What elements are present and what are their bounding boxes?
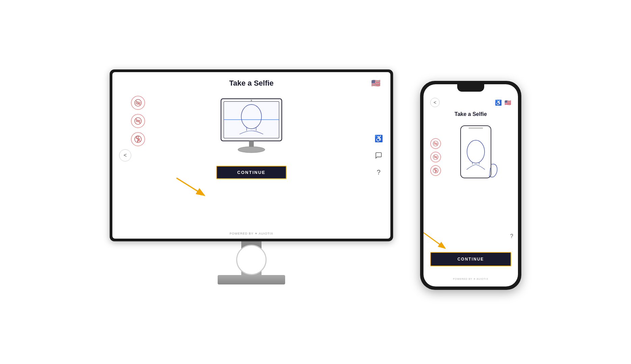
- no-glasses-icon: [131, 114, 145, 128]
- phone-selfie-illustration: [450, 124, 501, 189]
- monitor-circle: [236, 245, 267, 275]
- selfie-illustration: [214, 97, 289, 156]
- phone-instruction-icons: [430, 138, 441, 176]
- monitor-base: [218, 275, 285, 284]
- phone-header-right: ♿ 🇺🇸: [495, 99, 511, 106]
- continue-button-monitor[interactable]: CONTINUE: [216, 166, 286, 179]
- monitor-outer: Take a Selfie 🇺🇸: [110, 69, 393, 241]
- accessibility-icon[interactable]: ♿: [374, 133, 384, 144]
- svg-rect-29: [461, 126, 491, 178]
- no-flash-icon: [131, 132, 145, 146]
- chat-icon[interactable]: [374, 150, 384, 160]
- phone-flag-icon[interactable]: 🇺🇸: [504, 99, 511, 106]
- phone-screen: < ♿ 🇺🇸 Take a Selfie: [423, 84, 518, 286]
- phone-powered-by-label: POWERED BY ✦ AUIOTIX: [453, 278, 489, 280]
- instruction-icons: [131, 96, 145, 146]
- phone-display: < ♿ 🇺🇸 Take a Selfie: [420, 81, 521, 290]
- phone-no-mask-icon: [430, 138, 441, 149]
- monitor-screen: Take a Selfie 🇺🇸: [112, 72, 390, 239]
- arrow-indicator-monitor: [173, 175, 214, 202]
- back-button[interactable]: <: [119, 149, 131, 161]
- screen-content: Take a Selfie 🇺🇸: [112, 72, 390, 239]
- phone-help-icon[interactable]: ?: [510, 233, 513, 239]
- phone-notch: [457, 84, 484, 92]
- monitor-display: Take a Selfie 🇺🇸: [110, 69, 393, 284]
- svg-line-22: [434, 142, 438, 146]
- phone-accessibility-icon[interactable]: ♿: [495, 99, 502, 106]
- svg-point-17: [238, 147, 265, 153]
- flag-icon[interactable]: 🇺🇸: [371, 79, 380, 88]
- help-icon[interactable]: ?: [374, 167, 384, 177]
- phone-outer: < ♿ 🇺🇸 Take a Selfie: [420, 81, 521, 290]
- phone-no-flash-icon: [430, 165, 441, 176]
- phone-no-glasses-icon: [430, 152, 441, 162]
- phone-header: < ♿ 🇺🇸: [429, 98, 513, 107]
- monitor-stand: [218, 241, 285, 284]
- arrow-indicator-phone: [423, 229, 450, 253]
- svg-point-18: [251, 100, 252, 101]
- powered-by-label: POWERED BY ✦ AUIOTIX: [229, 232, 273, 235]
- no-mask-icon: [131, 96, 145, 110]
- side-controls: ♿ ?: [374, 133, 384, 177]
- phone-back-button[interactable]: <: [430, 98, 440, 107]
- screen-title: Take a Selfie: [229, 79, 274, 88]
- phone-title: Take a Selfie: [455, 111, 487, 117]
- continue-button-phone[interactable]: CONTINUE: [430, 252, 511, 266]
